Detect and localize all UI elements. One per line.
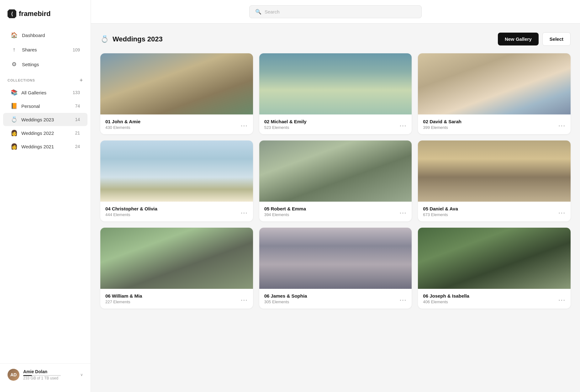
sidebar-item-settings[interactable]: ⚙ Settings [3,57,87,72]
card-name: 01 John & Amie [105,119,140,124]
coll-count-weddings2023: 14 [75,117,80,122]
weddings2021-icon: 👩 [11,143,18,150]
card-info: 02 David & Sarah 399 Elements [423,119,461,130]
collections-header: COLLECTIONS + [0,72,91,86]
select-button[interactable]: Select [542,32,571,46]
card-footer: 01 John & Amie 430 Elements ... [100,114,253,134]
card-elements: 430 Elements [105,125,140,130]
gallery-card[interactable]: 02 Michael & Emily 523 Elements ... [259,53,412,134]
card-name: 06 James & Sophia [264,293,307,299]
coll-label-weddings2023: Weddings 2023 [21,117,54,122]
card-elements: 523 Elements [264,125,307,130]
gallery-actions: New Gallery Select [498,32,571,46]
sidebar-item-shares[interactable]: ↑ Shares 109 [3,43,87,57]
logo[interactable]: ⟨ framebird [0,6,91,28]
card-menu-button[interactable]: ... [558,121,566,128]
card-elements: 673 Elements [423,212,458,217]
all-icon: 📚 [11,89,18,96]
gallery-card[interactable]: 04 Christopher & Olivia 444 Elements ... [100,140,253,221]
card-name: 04 Christopher & Olivia [105,206,157,211]
sidebar-item-weddings2021[interactable]: 👩 Weddings 2021 24 [3,140,87,153]
card-info: 06 Joseph & Isabella 406 Elements [423,293,469,304]
card-elements: 227 Elements [105,299,142,304]
sidebar-item-all[interactable]: 📚 All Galleries 133 [3,86,87,99]
sidebar-item-weddings2023[interactable]: 💍 Weddings 2023 14 [3,113,87,126]
sidebar-item-personal[interactable]: 📙 Personal 74 [3,99,87,113]
card-footer: 02 David & Sarah 399 Elements ... [418,114,571,134]
card-footer: 06 Joseph & Isabella 406 Elements ... [418,289,571,309]
card-elements: 444 Elements [105,212,157,217]
topbar: 🔍 Search [91,0,580,24]
dashboard-icon: 🏠 [11,32,18,39]
card-footer: 06 William & Mia 227 Elements ... [100,289,253,309]
search-placeholder: Search [265,9,280,14]
card-info: 04 Christopher & Olivia 444 Elements [105,206,157,217]
card-info: 05 Daniel & Ava 673 Elements [423,206,458,217]
card-elements: 394 Elements [264,212,306,217]
collections-label: COLLECTIONS [8,78,35,82]
sidebar: ⟨ framebird 🏠 Dashboard ↑ Shares 109 ⚙ S… [0,0,91,392]
gallery-title: Weddings 2023 [113,35,163,43]
card-image [259,53,412,114]
card-menu-button[interactable]: ... [400,208,407,215]
coll-label-all: All Galleries [21,90,46,95]
avatar: AD [8,369,19,381]
weddings2023-icon: 💍 [11,116,18,123]
gallery-card[interactable]: 05 Daniel & Ava 673 Elements ... [418,140,571,221]
nav-count-shares: 109 [73,47,80,52]
search-icon: 🔍 [255,9,261,15]
card-image [100,228,253,289]
gallery-card[interactable]: 01 John & Amie 430 Elements ... [100,53,253,134]
card-footer: 06 James & Sophia 305 Elements ... [259,289,412,309]
storage-bar-container: 233 GB of 1 TB used [23,375,76,380]
search-bar[interactable]: 🔍 Search [249,5,422,18]
card-name: 05 Robert & Emma [264,206,306,211]
gallery-card[interactable]: 05 Robert & Emma 394 Elements ... [259,140,412,221]
card-name: 06 Joseph & Isabella [423,293,469,299]
coll-count-weddings2021: 24 [75,144,80,149]
card-elements: 305 Elements [264,299,307,304]
card-info: 06 James & Sophia 305 Elements [264,293,307,304]
gallery-card[interactable]: 02 David & Sarah 399 Elements ... [418,53,571,134]
app-name: framebird [19,10,50,18]
card-image [418,53,571,114]
card-footer: 05 Daniel & Ava 673 Elements ... [418,202,571,221]
card-menu-button[interactable]: ... [558,295,566,302]
card-name: 06 William & Mia [105,293,142,299]
user-details: Amie Dolan 233 GB of 1 TB used [23,369,76,380]
user-info[interactable]: AD Amie Dolan 233 GB of 1 TB used ∨ [8,369,83,381]
shares-icon: ↑ [11,46,18,53]
gallery-grid: 01 John & Amie 430 Elements ... 02 Micha… [100,53,571,309]
card-menu-button[interactable]: ... [400,121,407,128]
card-image [100,53,253,114]
gallery-card[interactable]: 06 William & Mia 227 Elements ... [100,228,253,309]
card-footer: 02 Michael & Emily 523 Elements ... [259,114,412,134]
nav-label-settings: Settings [22,62,39,67]
card-menu-button[interactable]: ... [558,208,566,215]
card-image [418,228,571,289]
card-name: 02 David & Sarah [423,119,461,124]
card-menu-button[interactable]: ... [241,295,248,302]
gallery-card[interactable]: 06 James & Sophia 305 Elements ... [259,228,412,309]
sidebar-item-dashboard[interactable]: 🏠 Dashboard [3,28,87,42]
gallery-card[interactable]: 06 Joseph & Isabella 406 Elements ... [418,228,571,309]
card-menu-button[interactable]: ... [241,208,248,215]
coll-count-personal: 74 [75,103,80,109]
settings-icon: ⚙ [11,61,18,68]
card-info: 05 Robert & Emma 394 Elements [264,206,306,217]
card-info: 02 Michael & Emily 523 Elements [264,119,307,130]
card-image [259,228,412,289]
gallery-area: 💍 Weddings 2023 New Gallery Select 01 Jo… [91,24,580,392]
coll-label-personal: Personal [21,103,40,109]
user-chevron-icon[interactable]: ∨ [80,373,83,377]
coll-label-weddings2022: Weddings 2022 [21,130,54,136]
add-collection-button[interactable]: + [80,77,83,83]
card-info: 01 John & Amie 430 Elements [105,119,140,130]
new-gallery-button[interactable]: New Gallery [498,33,539,45]
card-menu-button[interactable]: ... [241,121,248,128]
card-menu-button[interactable]: ... [400,295,407,302]
sidebar-item-weddings2022[interactable]: 👩 Weddings 2022 21 [3,126,87,140]
storage-text: 233 GB of 1 TB used [23,376,76,380]
logo-icon: ⟨ [8,9,16,18]
nav-label-dashboard: Dashboard [22,33,45,38]
